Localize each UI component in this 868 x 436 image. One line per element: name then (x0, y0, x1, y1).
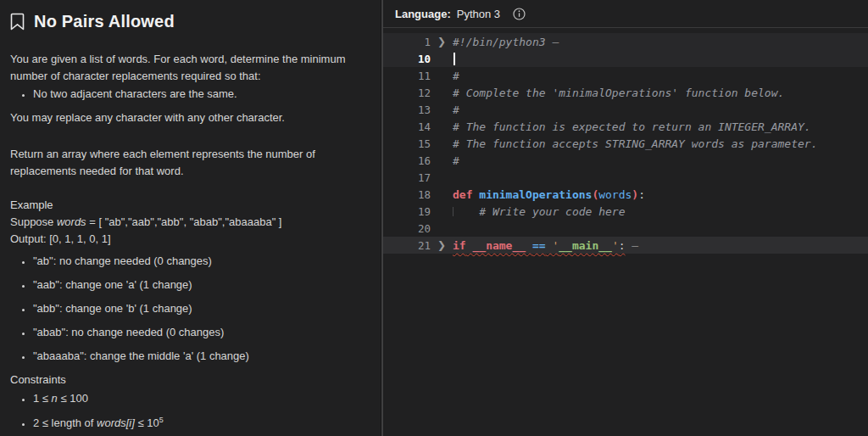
code-line[interactable]: 11# (383, 67, 868, 84)
constraint-item: 1 ≤ n ≤ 100 (33, 390, 366, 406)
token-comment: #!/bin/python3 (453, 36, 546, 48)
example-bullet-item: "aab": change one 'a' (1 change) (33, 277, 366, 293)
token-plain (526, 239, 532, 252)
line-number[interactable]: 1 (383, 36, 431, 48)
token-comment: # The function is expected to return an … (453, 120, 811, 133)
text-token: words[i] (97, 416, 135, 429)
line-number[interactable]: 19 (383, 205, 431, 218)
example-bullet-item: "ab": no change needed (0 changes) (33, 253, 366, 269)
example-bullet-list: "ab": no change needed (0 changes)"aab":… (10, 253, 366, 364)
return-note-line: Return an array where each element repre… (10, 146, 366, 163)
fold-collapsed-marker-icon[interactable]: – (546, 36, 559, 48)
code-line[interactable]: 17 (383, 169, 868, 186)
code-line[interactable]: 12# Complete the 'minimalOperations' fun… (383, 84, 868, 101)
code-text[interactable]: # The function is expected to return an … (453, 120, 868, 133)
indent-guide (453, 207, 453, 216)
token-keyword: __name__ (472, 239, 526, 252)
text-token: n (52, 392, 58, 405)
code-line[interactable]: 18def minimalOperations(words): (383, 186, 868, 203)
token-comment: # (453, 70, 459, 82)
language-value[interactable]: Python 3 (457, 8, 500, 20)
intro-bullet-item: No two adjacent characters are the same. (33, 86, 366, 102)
token-comment: # (453, 103, 459, 116)
token-plain: : (638, 188, 645, 201)
code-text[interactable] (453, 52, 868, 65)
token-string-quote: ' (612, 239, 619, 252)
problem-panel: No Pairs Allowed You are given a list of… (0, 0, 381, 436)
problem-intro: You are given a list of words. For each … (10, 51, 366, 85)
example-suppose-line: Suppose words = [ "ab","aab","abb", "aba… (10, 214, 366, 231)
text-token: words (57, 215, 86, 228)
intro-line: number of character replacements require… (10, 68, 366, 85)
constraint-item: 2 ≤ length of words[i] ≤ 105 (33, 415, 366, 431)
text-token: 5 (159, 416, 164, 424)
code-text[interactable]: # (453, 70, 868, 82)
info-icon[interactable] (513, 8, 526, 20)
token-string-body: __main__ (559, 239, 612, 252)
code-text[interactable]: # Write your code here (453, 205, 868, 218)
code-text[interactable]: # The function accepts STRING_ARRAY word… (453, 137, 868, 150)
constraints-heading: Constraints (10, 372, 366, 388)
line-number[interactable]: 10 (383, 53, 431, 65)
token-comment: # Write your code here (453, 205, 626, 218)
code-editor[interactable]: 1❯#!/bin/python3 –1011#12# Complete the … (383, 28, 868, 254)
text-token: ≤ 100 (58, 392, 88, 405)
code-text[interactable]: # (453, 154, 868, 167)
example-output-line: Output: [0, 1, 1, 0, 1] (10, 231, 366, 248)
text-token: 1 ≤ (33, 392, 52, 405)
code-text[interactable]: #!/bin/python3 – (453, 36, 868, 48)
code-line[interactable]: 1❯#!/bin/python3 – (383, 33, 868, 50)
line-number[interactable]: 13 (383, 103, 431, 116)
code-line[interactable]: 16# (383, 152, 868, 169)
return-note-line: replacements needed for that word. (10, 163, 366, 180)
problem-intro-bullets: No two adjacent characters are the same. (10, 86, 366, 102)
token-comment: # (453, 154, 459, 167)
text-token: ≤ 10 (135, 416, 159, 429)
code-line[interactable]: 10 (383, 50, 868, 67)
token-comment: # The function accepts STRING_ARRAY word… (453, 137, 817, 150)
line-number[interactable]: 16 (383, 154, 431, 167)
editor-header: Language: Python 3 (383, 0, 868, 28)
example-bullet-item: "abab": no change needed (0 changes) (33, 324, 366, 340)
fold-chevron-icon[interactable]: ❯ (431, 239, 453, 251)
code-line[interactable]: 14# The function is expected to return a… (383, 118, 868, 135)
editor-panel: Language: Python 3 1❯#!/bin/python3 –101… (383, 0, 868, 436)
replace-note: You may replace any character with any o… (10, 109, 366, 126)
line-number[interactable]: 18 (383, 188, 431, 201)
text-token: 2 ≤ length of (33, 416, 97, 429)
code-text[interactable]: def minimalOperations(words): (453, 188, 868, 201)
constraints-list: 1 ≤ n ≤ 1002 ≤ length of words[i] ≤ 105E… (10, 390, 366, 436)
code-line[interactable]: 19 # Write your code here (383, 203, 868, 220)
line-number[interactable]: 20 (383, 222, 431, 235)
bookmark-icon[interactable] (10, 13, 25, 31)
text-cursor (453, 53, 455, 65)
line-number[interactable]: 21 (383, 239, 431, 252)
token-keyword: def (453, 188, 472, 201)
token-param: words (598, 188, 632, 201)
line-number[interactable]: 15 (383, 137, 431, 150)
token-function: minimalOperations (479, 188, 592, 201)
code-text[interactable]: if __name__ == '__main__': – (453, 239, 868, 252)
line-number[interactable]: 17 (383, 171, 431, 184)
code-text[interactable]: # (453, 103, 868, 116)
code-text[interactable]: # Complete the 'minimalOperations' funct… (453, 87, 868, 99)
example-heading: Example (10, 197, 366, 214)
fold-chevron-icon[interactable]: ❯ (431, 36, 453, 48)
lint-squiggle: if __name__ == '__main__': (453, 239, 626, 252)
page-title: No Pairs Allowed (34, 12, 175, 31)
intro-line: You are given a list of words. For each … (10, 51, 366, 68)
token-keyword: if (453, 239, 466, 252)
code-line[interactable]: 21❯if __name__ == '__main__': – (383, 237, 868, 254)
code-line[interactable]: 20 (383, 220, 868, 237)
line-number[interactable]: 11 (383, 70, 431, 82)
code-line[interactable]: 13# (383, 101, 868, 118)
token-plain: : (619, 239, 626, 252)
token-comment: # Complete the 'minimalOperations' funct… (453, 87, 784, 99)
return-note: Return an array where each element repre… (10, 146, 366, 180)
fold-collapsed-marker-icon[interactable]: – (626, 239, 639, 252)
example-bullet-item: "abaaaba": change the middle 'a' (1 chan… (33, 348, 366, 364)
line-number[interactable]: 14 (383, 120, 431, 133)
line-number[interactable]: 12 (383, 87, 431, 99)
example-bullet-item: "abb": change one 'b' (1 change) (33, 300, 366, 316)
code-line[interactable]: 15# The function accepts STRING_ARRAY wo… (383, 135, 868, 152)
